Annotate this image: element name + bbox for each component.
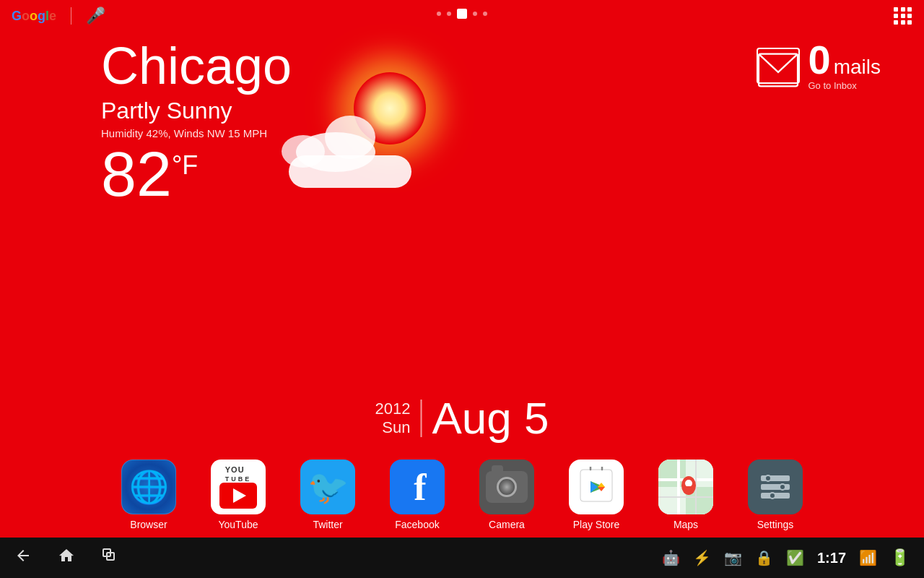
- maps-svg: [658, 460, 713, 514]
- app-maps[interactable]: Maps: [650, 460, 722, 530]
- recents-button[interactable]: [101, 547, 118, 569]
- page-dot-4[interactable]: [473, 12, 477, 16]
- svg-rect-6: [658, 460, 686, 487]
- date-weekday: Sun: [382, 418, 410, 437]
- android-icon: 🤖: [662, 549, 680, 566]
- maps-label: Maps: [674, 519, 698, 530]
- page-dot-1[interactable]: [437, 12, 441, 16]
- mail-info: 0 mails Go to Inbox: [808, 40, 881, 91]
- mail-label: mails: [834, 56, 881, 79]
- facebook-icon: f: [390, 460, 445, 514]
- top-bar: Google 🎤: [0, 0, 924, 32]
- youtube-label: YouTube: [218, 519, 258, 530]
- screenshot-icon: 📷: [724, 549, 742, 566]
- playstore-icon: [569, 460, 624, 514]
- twitter-icon: 🐦: [300, 460, 355, 514]
- cloud-icon: [274, 123, 419, 188]
- settings-icon: [748, 460, 803, 514]
- page-dot-5[interactable]: [483, 12, 487, 16]
- youtube-play-icon: [233, 488, 246, 503]
- mic-icon[interactable]: 🎤: [86, 7, 105, 25]
- browser-label: Browser: [130, 519, 167, 530]
- date-year: 2012: [375, 400, 411, 418]
- twitter-bird-icon: 🐦: [308, 467, 349, 506]
- svg-point-19: [780, 484, 785, 490]
- youtube-text: YouTube: [225, 465, 252, 483]
- google-logo[interactable]: Google 🎤: [12, 7, 105, 25]
- mail-widget[interactable]: 0 mails Go to Inbox: [757, 40, 881, 91]
- facebook-f-icon: f: [414, 466, 426, 509]
- app-youtube[interactable]: YouTube YouTube: [202, 460, 274, 530]
- battery-icon: 🔋: [890, 548, 910, 567]
- youtube-icon: YouTube: [211, 460, 266, 514]
- svg-point-13: [685, 480, 692, 487]
- date-year-day: 2012 Sun: [375, 400, 422, 437]
- maps-icon: [658, 460, 713, 514]
- playstore-label: Play Store: [573, 519, 620, 530]
- facebook-label: Facebook: [395, 519, 439, 530]
- twitter-label: Twitter: [313, 519, 342, 530]
- weather-condition: Partly Sunny: [101, 98, 292, 124]
- temperature: 82°F: [101, 142, 292, 206]
- browser-icon: [121, 460, 176, 514]
- nav-buttons: [14, 547, 118, 569]
- temp-unit: °F: [172, 150, 198, 180]
- google-text: Google: [12, 9, 56, 24]
- app-dock: Browser YouTube YouTube 🐦 Twitter f Face…: [0, 452, 924, 538]
- app-twitter[interactable]: 🐦 Twitter: [292, 460, 364, 530]
- back-button[interactable]: [14, 547, 32, 569]
- wifi-icon: 📶: [859, 549, 877, 566]
- mail-envelope-icon: [757, 48, 800, 84]
- time-display: 1:17: [817, 550, 846, 566]
- weather-graphic: [274, 58, 448, 202]
- svg-point-20: [770, 493, 775, 499]
- page-dot-3-active[interactable]: [457, 9, 467, 19]
- app-browser[interactable]: Browser: [113, 460, 185, 530]
- camera-label: Camera: [489, 519, 525, 530]
- city-name: Chicago: [101, 40, 292, 92]
- settings-label: Settings: [757, 519, 794, 530]
- app-playstore[interactable]: Play Store: [560, 460, 632, 530]
- divider: [71, 7, 71, 25]
- task-icon: ✅: [786, 549, 804, 566]
- youtube-play-box: [219, 483, 257, 509]
- date-main: Aug 5: [422, 396, 549, 441]
- bottom-nav-bar: 🤖 ⚡ 📷 🔒 ✅ 1:17 📶 🔋: [0, 538, 924, 578]
- apps-grid-button[interactable]: [894, 7, 912, 25]
- settings-gear-svg: [758, 470, 793, 504]
- app-settings[interactable]: Settings: [739, 460, 811, 530]
- status-bar: 🤖 ⚡ 📷 🔒 ✅ 1:17 📶 🔋: [662, 548, 910, 567]
- playstore-svg: [578, 467, 615, 507]
- page-dot-2[interactable]: [447, 12, 451, 16]
- app-camera[interactable]: Camera: [471, 460, 543, 530]
- usb-icon: ⚡: [693, 549, 711, 566]
- lock-icon: 🔒: [755, 549, 773, 566]
- camera-icon: [479, 460, 534, 514]
- home-button[interactable]: [58, 547, 75, 569]
- app-facebook[interactable]: f Facebook: [381, 460, 453, 530]
- mail-count: 0: [808, 40, 831, 80]
- mail-inbox-link[interactable]: Go to Inbox: [808, 80, 881, 91]
- weather-widget: Chicago Partly Sunny Humidity 42%, Winds…: [101, 40, 292, 206]
- date-widget: 2012 Sun Aug 5: [375, 396, 549, 441]
- page-dots: [437, 9, 487, 19]
- svg-point-18: [765, 475, 771, 481]
- temp-value: 82: [101, 138, 172, 210]
